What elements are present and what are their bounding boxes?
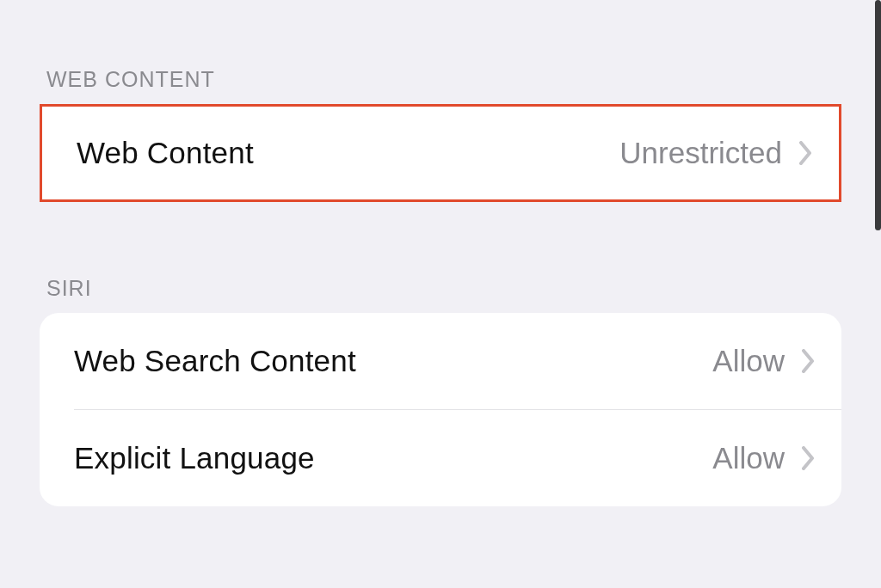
chevron-right-icon [802, 349, 816, 373]
group-web-content-highlight: Web Content Unrestricted [40, 104, 841, 202]
row-trailing: Unrestricted [619, 136, 813, 170]
chevron-right-icon [799, 141, 813, 165]
row-label-web-search-content: Web Search Content [74, 344, 356, 378]
row-web-search-content[interactable]: Web Search Content Allow [40, 313, 841, 409]
row-web-content[interactable]: Web Content Unrestricted [42, 107, 839, 199]
row-value-web-search-content: Allow [712, 344, 785, 378]
group-siri: Web Search Content Allow Explicit Langua… [40, 313, 841, 506]
row-trailing: Allow [712, 441, 816, 475]
row-value-web-content: Unrestricted [619, 136, 782, 170]
row-label-explicit-language: Explicit Language [74, 441, 315, 475]
row-label-web-content: Web Content [77, 136, 254, 170]
scrollbar[interactable] [875, 0, 881, 230]
section-header-web-content: WEB CONTENT [40, 67, 841, 104]
row-trailing: Allow [712, 344, 816, 378]
section-header-siri: SIRI [40, 276, 841, 313]
row-value-explicit-language: Allow [712, 441, 785, 475]
chevron-right-icon [802, 446, 816, 470]
row-explicit-language[interactable]: Explicit Language Allow [40, 410, 841, 506]
